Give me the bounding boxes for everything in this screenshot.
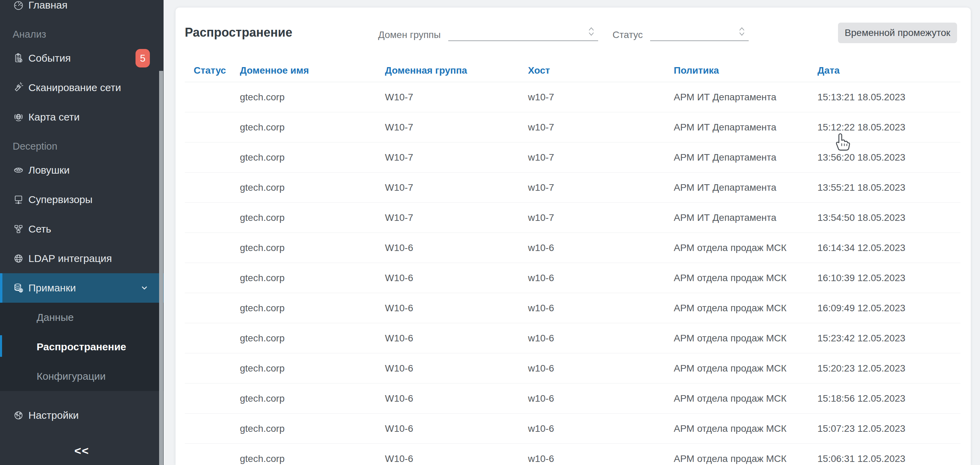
- domain-group-cell: W10-7: [385, 152, 528, 163]
- status-cell: [194, 333, 240, 344]
- column-header-status[interactable]: Статус: [194, 65, 240, 76]
- table-row[interactable]: gtech.corp W10-7 w10-7 АРМ ИТ Департамен…: [185, 203, 961, 233]
- table-row[interactable]: gtech.corp W10-6 w10-6 АРМ отдела продаж…: [185, 414, 961, 444]
- sidebar-item-label: LDAP интеграция: [29, 253, 112, 264]
- column-header-domain-group[interactable]: Доменная группа: [385, 65, 528, 76]
- status-cell: [194, 182, 240, 193]
- table-row[interactable]: gtech.corp W10-6 w10-6 АРМ отдела продаж…: [185, 293, 961, 323]
- table-row[interactable]: gtech.corp W10-7 w10-7 АРМ ИТ Департамен…: [185, 112, 961, 142]
- host-cell: w10-6: [528, 303, 674, 314]
- host-cell: w10-6: [528, 453, 674, 464]
- date-cell: 15:23:42 12.05.2023: [818, 333, 961, 344]
- table-row[interactable]: gtech.corp W10-6 w10-6 АРМ отдела продаж…: [185, 444, 961, 465]
- events-clipboard-icon: [13, 53, 24, 64]
- sidebar-item-network[interactable]: Сеть: [0, 214, 164, 244]
- status-cell: [194, 273, 240, 283]
- policy-cell: АРМ ИТ Департамента: [674, 182, 818, 193]
- domain-name-cell: gtech.corp: [240, 122, 385, 133]
- sidebar-item-label: Главная: [29, 0, 67, 11]
- policy-cell: АРМ отдела продаж МСК: [674, 333, 818, 344]
- sidebar-item-label: Приманки: [29, 282, 76, 294]
- sidebar-item-traps[interactable]: Ловушки: [0, 155, 164, 185]
- policy-cell: АРМ ИТ Департамента: [674, 212, 818, 223]
- column-header-date[interactable]: Дата: [818, 65, 961, 76]
- policy-cell: АРМ ИТ Департамента: [674, 122, 818, 133]
- host-cell: w10-6: [528, 333, 674, 344]
- events-count-badge: 5: [135, 49, 150, 67]
- sidebar-item-label: Сканирование сети: [29, 82, 121, 93]
- sidebar-collapse-button[interactable]: <<: [0, 437, 164, 464]
- host-cell: w10-7: [528, 92, 674, 103]
- sidebar-item-lures[interactable]: Приманки: [0, 273, 164, 303]
- date-cell: 16:14:34 12.05.2023: [818, 243, 961, 253]
- date-cell: 16:09:49 12.05.2023: [818, 303, 961, 314]
- table-row[interactable]: gtech.corp W10-6 w10-6 АРМ отдела продаж…: [185, 323, 961, 353]
- status-cell: [194, 152, 240, 163]
- domain-name-cell: gtech.corp: [240, 243, 385, 253]
- status-filter-label: Статус: [612, 29, 643, 40]
- host-cell: w10-6: [528, 363, 674, 374]
- domain-group-cell: W10-6: [385, 363, 528, 374]
- host-cell: w10-6: [528, 243, 674, 253]
- domain-name-cell: gtech.corp: [240, 333, 385, 344]
- status-cell: [194, 423, 240, 434]
- column-header-policy[interactable]: Политика: [674, 65, 818, 76]
- host-cell: w10-7: [528, 182, 674, 193]
- sidebar-subitem-distribution[interactable]: Распространение: [0, 332, 164, 361]
- domain-group-cell: W10-6: [385, 333, 528, 344]
- domain-name-cell: gtech.corp: [240, 182, 385, 193]
- domain-name-cell: gtech.corp: [240, 363, 385, 374]
- status-cell: [194, 212, 240, 223]
- sidebar-item-settings[interactable]: Настройки: [0, 401, 164, 430]
- monitor-icon: [13, 194, 24, 205]
- network-nodes-icon: [13, 223, 24, 235]
- domain-group-cell: W10-6: [385, 423, 528, 434]
- table-row[interactable]: gtech.corp W10-7 w10-7 АРМ ИТ Департамен…: [185, 142, 961, 173]
- sidebar-item-ldap-integration[interactable]: LDAP интеграция: [0, 244, 164, 273]
- sidebar-nav: Главная Анализ События 5 Сканирование с: [0, 0, 164, 464]
- domain-group-cell: W10-6: [385, 393, 528, 404]
- status-cell: [194, 303, 240, 314]
- sidebar-item-network-map[interactable]: Карта сети: [0, 102, 164, 132]
- table-row[interactable]: gtech.corp W10-7 w10-7 АРМ ИТ Департамен…: [185, 82, 961, 112]
- network-map-icon: [13, 111, 24, 123]
- sidebar-item-supervisors[interactable]: Супервизоры: [0, 185, 164, 214]
- status-cell: [194, 122, 240, 133]
- status-select[interactable]: [650, 23, 749, 41]
- time-range-button[interactable]: Временной промежуток: [838, 22, 957, 43]
- table-row[interactable]: gtech.corp W10-6 w10-6 АРМ отдела продаж…: [185, 353, 961, 384]
- sidebar-item-events[interactable]: События 5: [0, 43, 164, 73]
- sidebar-subitem-data[interactable]: Данные: [0, 303, 164, 332]
- policy-cell: АРМ отдела продаж МСК: [674, 303, 818, 314]
- sidebar-section-analysis: Анализ: [0, 20, 164, 43]
- sidebar-item-label: Распространение: [37, 341, 126, 353]
- date-cell: 15:07:23 12.05.2023: [818, 423, 961, 434]
- date-cell: 15:20:23 12.05.2023: [818, 363, 961, 374]
- select-unfold-icon: [737, 26, 747, 38]
- sidebar-item-network-scan[interactable]: Сканирование сети: [0, 73, 164, 102]
- domain-group-filter-label: Домен группы: [378, 29, 441, 40]
- column-header-domain-name[interactable]: Доменное имя: [240, 65, 385, 76]
- table-row[interactable]: gtech.corp W10-6 w10-6 АРМ отдела продаж…: [185, 233, 961, 263]
- chevron-down-icon: [139, 283, 150, 294]
- domain-name-cell: gtech.corp: [240, 273, 385, 283]
- page-title: Распространение: [185, 26, 292, 40]
- domain-name-cell: gtech.corp: [240, 212, 385, 223]
- sidebar-scrollbar-thumb[interactable]: [159, 71, 163, 465]
- date-cell: 15:06:31 12.05.2023: [818, 453, 961, 464]
- domain-group-select[interactable]: [448, 23, 598, 41]
- sidebar-item-label: Карта сети: [29, 111, 80, 123]
- date-cell: 13:54:50 18.05.2023: [818, 212, 961, 223]
- sidebar-item-label: Deception: [13, 141, 57, 152]
- host-cell: w10-6: [528, 423, 674, 434]
- sidebar-item-home[interactable]: Главная: [0, 0, 164, 20]
- date-cell: 15:18:56 12.05.2023: [818, 393, 961, 404]
- table-row[interactable]: gtech.corp W10-7 w10-7 АРМ ИТ Департамен…: [185, 173, 961, 203]
- column-header-host[interactable]: Хост: [528, 65, 674, 76]
- domain-group-cell: W10-7: [385, 122, 528, 133]
- table-row[interactable]: gtech.corp W10-6 w10-6 АРМ отдела продаж…: [185, 384, 961, 414]
- trap-icon: [13, 165, 24, 176]
- host-cell: w10-6: [528, 273, 674, 283]
- table-row[interactable]: gtech.corp W10-6 w10-6 АРМ отдела продаж…: [185, 263, 961, 293]
- sidebar-subitem-configurations[interactable]: Конфигурации: [0, 361, 164, 391]
